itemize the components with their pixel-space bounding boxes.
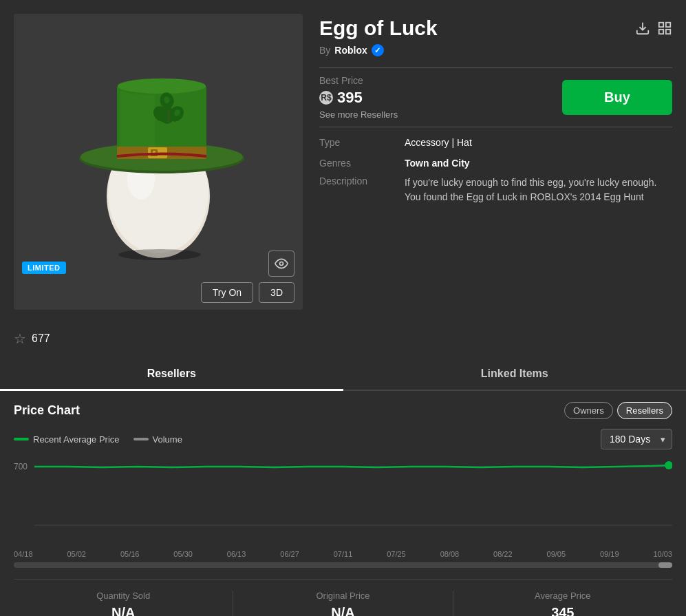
robux-icon: R$ (319, 91, 333, 105)
by-row: By Roblox ✓ (319, 44, 672, 56)
x-label-5: 06/13 (227, 550, 246, 558)
item-title-row: Egg of Luck (319, 17, 672, 40)
description-row: Description If you're lucky enough to fi… (319, 176, 672, 204)
x-label-13: 10/03 (653, 550, 672, 558)
svg-rect-23 (659, 23, 663, 27)
svg-point-8 (118, 78, 206, 94)
owners-filter-button[interactable]: Owners (564, 402, 613, 419)
type-label: Type (319, 137, 388, 148)
type-row: Type Accessory | Hat (319, 137, 672, 148)
try-on-button[interactable]: Try On (201, 282, 253, 303)
genres-value: Town and City (405, 158, 470, 169)
chart-scrollbar[interactable] (14, 562, 672, 568)
type-value: Accessory | Hat (405, 137, 472, 148)
tab-resellers[interactable]: Resellers (0, 358, 343, 390)
svg-point-20 (118, 249, 201, 260)
x-label-1: 04/18 (14, 550, 33, 558)
description-text: If you're lucky enough to find this egg,… (405, 176, 672, 204)
svg-rect-6 (120, 89, 155, 155)
x-label-4: 05/30 (173, 550, 193, 558)
item-illustration (41, 45, 275, 279)
favorites-count: 677 (32, 332, 50, 345)
quantity-sold-stat: Quantity Sold N/A (14, 591, 233, 616)
quantity-sold-value: N/A (14, 605, 233, 616)
x-label-7: 07/11 (334, 550, 353, 558)
price-value: R$ 395 (319, 89, 398, 107)
stats-row: Quantity Sold N/A Original Price N/A Ave… (14, 579, 672, 616)
average-price-label: Average Price (453, 591, 672, 601)
resellers-filter-button[interactable]: Resellers (617, 402, 672, 419)
x-label-3: 05/16 (120, 550, 140, 558)
price-amount: 395 (337, 89, 363, 107)
x-label-2: 05/02 (67, 550, 86, 558)
quantity-sold-label: Quantity Sold (14, 591, 233, 601)
svg-rect-26 (666, 30, 670, 34)
tab-linked-items[interactable]: Linked Items (343, 358, 687, 390)
svg-rect-25 (659, 30, 663, 34)
legend-vol-color (133, 438, 149, 440)
chart-legend: Recent Average Price Volume 30 Days 90 D… (14, 429, 672, 449)
days-dropdown-wrap[interactable]: 30 Days 90 Days 180 Days 365 Days (601, 429, 672, 449)
x-label-9: 08/08 (440, 550, 460, 558)
by-label: By (319, 45, 330, 56)
price-chart-section: Price Chart Owners Resellers Recent Aver… (0, 391, 686, 616)
grid-icon-button[interactable] (657, 21, 672, 39)
download-icon-button[interactable] (635, 21, 650, 39)
original-price-stat: Original Price N/A (233, 591, 452, 616)
creator-name[interactable]: Roblox (334, 45, 367, 56)
x-label-10: 08/22 (493, 550, 513, 558)
tabs-bar: Resellers Linked Items (0, 358, 686, 391)
view-icon-button[interactable] (268, 251, 294, 277)
price-chart-svg: 700 (14, 456, 672, 546)
divider-mid (319, 127, 672, 127)
genres-label: Genres (319, 158, 388, 169)
x-label-8: 07/25 (387, 550, 406, 558)
best-price-label: Best Price (319, 75, 398, 86)
stars-row: ☆ 677 (0, 323, 686, 358)
top-section: LIMITED Try On 3D Egg of Luck (0, 0, 686, 323)
svg-rect-24 (666, 23, 670, 27)
item-details: Egg of Luck By Rob (319, 14, 672, 310)
divider-top (319, 67, 672, 68)
legend-avg-color (14, 438, 29, 440)
x-label-6: 06/27 (280, 550, 299, 558)
try-on-3d-area: Try On 3D (201, 282, 294, 303)
price-chart-header: Price Chart Owners Resellers (14, 402, 672, 419)
legend-avg-label: Recent Average Price (33, 434, 120, 445)
original-price-value: N/A (233, 605, 452, 616)
see-more-resellers-link[interactable]: See more Resellers (319, 109, 398, 120)
buy-button[interactable]: Buy (562, 80, 672, 115)
price-chart-title: Price Chart (14, 403, 80, 418)
x-label-11: 09/05 (547, 550, 566, 558)
average-price-value: 345 (453, 605, 672, 616)
price-left: Best Price R$ 395 See more Resellers (319, 75, 398, 120)
days-dropdown[interactable]: 30 Days 90 Days 180 Days 365 Days (601, 429, 672, 449)
title-icons (635, 17, 672, 39)
legend-avg-item: Recent Average Price (14, 434, 120, 445)
legend-vol-label: Volume (153, 434, 182, 445)
svg-point-21 (280, 262, 283, 266)
3d-button[interactable]: 3D (259, 282, 294, 303)
original-price-label: Original Price (233, 591, 452, 601)
description-label: Description (319, 176, 388, 204)
limited-badge: LIMITED (22, 262, 66, 274)
item-title: Egg of Luck (319, 17, 438, 40)
average-price-stat: Average Price 345 (453, 591, 672, 616)
chart-scrollbar-thumb[interactable] (658, 562, 672, 568)
chart-area: 700 700 (14, 456, 672, 546)
item-image-area: LIMITED Try On 3D (14, 14, 303, 310)
verified-badge: ✓ (372, 44, 384, 56)
chart-x-labels: 04/18 05/02 05/16 05/30 06/13 06/27 07/1… (14, 550, 672, 558)
genres-row: Genres Town and City (319, 158, 672, 169)
x-label-12: 09/19 (600, 550, 619, 558)
price-row: Best Price R$ 395 See more Resellers Buy (319, 75, 672, 120)
legend-vol-item: Volume (133, 434, 182, 445)
svg-point-30 (665, 461, 672, 469)
chart-filter-buttons: Owners Resellers (564, 402, 672, 419)
star-icon[interactable]: ☆ (14, 330, 26, 347)
